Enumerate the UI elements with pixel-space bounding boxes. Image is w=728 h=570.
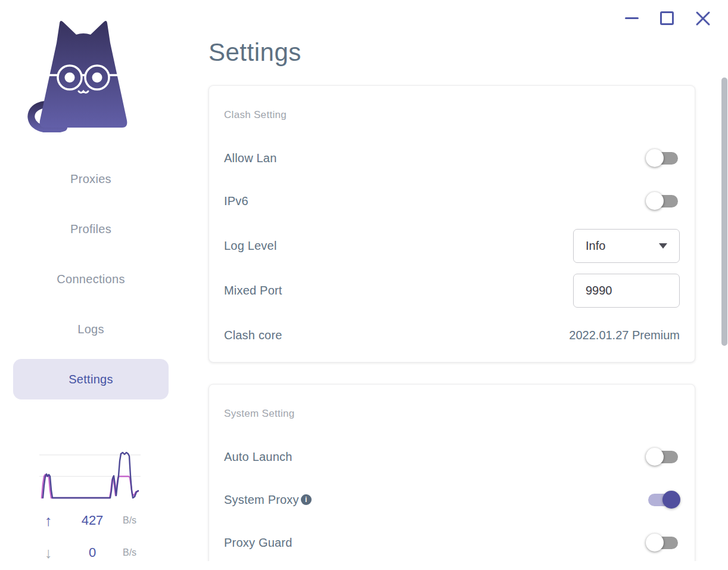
sidebar-item-connections[interactable]: Connections (13, 259, 169, 299)
row-log-level: Log Level Info (224, 228, 680, 264)
row-ipv6: IPv6 (224, 183, 680, 219)
traffic-upload-row: ↑ 427 B/s (35, 512, 148, 529)
clash-cat-logo (27, 16, 140, 132)
proxy-guard-label: Proxy Guard (224, 536, 292, 550)
mixed-port-label: Mixed Port (224, 284, 282, 298)
row-system-proxy: System Proxy i (224, 482, 680, 518)
sidebar-item-settings[interactable]: Settings (13, 359, 169, 399)
sidebar-item-profiles[interactable]: Profiles (13, 209, 169, 249)
log-level-value: Info (586, 239, 605, 253)
download-speed-value: 0 (62, 545, 123, 560)
clash-setting-card: Clash Setting Allow Lan IPv6 Log Level I… (209, 85, 695, 363)
upload-speed-value: 427 (62, 513, 123, 528)
maximize-icon[interactable] (660, 11, 674, 25)
traffic-download-row: ↓ 0 B/s (35, 544, 148, 562)
log-level-select[interactable]: Info (573, 229, 680, 263)
upload-speed-unit: B/s (123, 515, 148, 526)
traffic-line-purple (43, 453, 138, 498)
sidebar-nav: Proxies Profiles Connections Logs Settin… (0, 159, 182, 409)
auto-launch-toggle[interactable] (646, 448, 680, 466)
section-label-clash-setting: Clash Setting (224, 109, 287, 121)
system-setting-card: System Setting Auto Launch System Proxy … (209, 384, 695, 570)
row-proxy-guard: Proxy Guard (224, 525, 680, 560)
clash-core-label: Clash core (224, 329, 282, 342)
proxy-guard-toggle[interactable] (646, 534, 680, 552)
section-label-system-setting: System Setting (224, 408, 295, 420)
mixed-port-input[interactable] (573, 274, 680, 308)
row-auto-launch: Auto Launch (224, 439, 680, 475)
clash-core-version: 2022.01.27 Premium (569, 329, 680, 342)
log-level-label: Log Level (224, 239, 277, 253)
app-window: Proxies Profiles Connections Logs Settin… (0, 0, 728, 570)
download-arrow-icon: ↓ (35, 544, 62, 562)
traffic-graph (38, 448, 143, 504)
row-clash-core: Clash core 2022.01.27 Premium (224, 317, 680, 353)
download-speed-unit: B/s (123, 547, 148, 558)
info-icon[interactable]: i (301, 494, 312, 505)
bottom-mask (0, 561, 728, 570)
scrollbar-thumb[interactable] (721, 78, 727, 346)
ipv6-toggle[interactable] (646, 192, 680, 210)
row-allow-lan: Allow Lan (224, 140, 680, 176)
allow-lan-toggle[interactable] (646, 149, 680, 167)
system-proxy-label-text: System Proxy (224, 493, 299, 507)
auto-launch-label: Auto Launch (224, 450, 293, 464)
close-icon[interactable] (695, 11, 711, 26)
ipv6-label: IPv6 (224, 194, 248, 208)
system-proxy-toggle[interactable] (646, 491, 680, 509)
system-proxy-label: System Proxy i (224, 493, 312, 507)
upload-arrow-icon: ↑ (35, 512, 62, 529)
sidebar-item-logs[interactable]: Logs (13, 309, 169, 349)
page-title: Settings (209, 38, 301, 67)
row-mixed-port: Mixed Port (224, 272, 680, 308)
chevron-down-icon (659, 243, 667, 249)
sidebar-item-proxies[interactable]: Proxies (13, 159, 169, 199)
allow-lan-label: Allow Lan (224, 151, 277, 165)
minimize-icon[interactable] (625, 17, 639, 19)
traffic-line-magenta (42, 475, 138, 498)
